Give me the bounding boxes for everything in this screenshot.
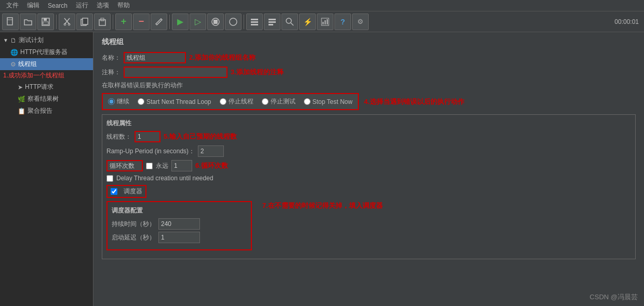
toolbar-sep1 — [56, 15, 57, 29]
toolbar-open-btn[interactable] — [20, 14, 36, 30]
toolbar-sep2 — [113, 15, 113, 29]
loop-count-input[interactable] — [171, 160, 192, 171]
watermark: CSDN @冯晨芸 — [589, 292, 638, 302]
delay-thread-checkbox[interactable] — [106, 175, 113, 182]
toolbar-func-btn[interactable]: ⚡ — [299, 14, 316, 30]
thread-group-icon: ⚙ — [10, 61, 16, 68]
radio-stop-test-now[interactable]: Stop Test Now — [304, 98, 353, 105]
menu-options[interactable]: 选项 — [92, 0, 113, 11]
http-proxy-icon: 🌐 — [10, 49, 18, 56]
toolbar-remove-btn[interactable]: − — [133, 14, 150, 30]
toolbar-stop-btn[interactable] — [207, 14, 224, 30]
sidebar-item-label: 测试计划 — [19, 36, 44, 45]
toolbar-settings2-btn[interactable] — [264, 14, 280, 30]
ramp-up-input[interactable] — [198, 145, 224, 157]
toolbar-new-btn[interactable] — [2, 14, 19, 30]
sidebar-item-label: 线程组 — [18, 60, 37, 69]
sidebar-item-aggregate[interactable]: 📋 聚合报告 — [0, 105, 93, 117]
scheduler-checkbox-row: 调度器 — [106, 185, 146, 198]
thread-props-title: 线程属性 — [106, 119, 631, 128]
toolbar-settings1-btn[interactable] — [246, 14, 263, 30]
svg-rect-27 — [327, 19, 328, 24]
sidebar-item-test-plan[interactable]: ▼ 🗋 测试计划 — [0, 34, 93, 46]
sidebar-item-http-request[interactable]: ➤ HTTP请求 — [0, 81, 93, 93]
menu-search[interactable]: Search — [44, 1, 72, 10]
toolbar-search-btn[interactable] — [281, 14, 298, 30]
radio-next-loop[interactable]: Start Next Thread Loop — [138, 98, 211, 105]
thread-count-input[interactable] — [135, 131, 160, 142]
radio-stop-thread[interactable]: 停止线程 — [220, 97, 253, 106]
svg-rect-14 — [213, 20, 218, 24]
radio-continue-label: 继续 — [117, 97, 129, 106]
loop-forever-checkbox[interactable] — [146, 163, 153, 169]
thread-count-row: 线程数： 5.输入自己预期的线程数 — [106, 131, 631, 142]
annotation-scheduler: 7.在不需要的时候记得关掉，填入调度器 — [262, 201, 383, 210]
thread-count-label: 线程数： — [106, 132, 131, 141]
svg-rect-19 — [269, 19, 276, 20]
content-area: 线程组 名称： 2.添加你的线程组名称 注释： 3.添加线程的注释 在取样器错误… — [93, 32, 644, 306]
menu-edit[interactable]: 编辑 — [23, 0, 44, 11]
toolbar-run-btn[interactable]: ▶ — [172, 14, 189, 30]
svg-rect-25 — [323, 22, 324, 24]
page-title: 线程组 — [102, 37, 636, 47]
thread-props-section: 线程属性 线程数： 5.输入自己预期的线程数 Ramp-Up Period (i… — [102, 114, 636, 259]
radio-stop-test[interactable]: 停止测试 — [262, 97, 296, 106]
annotation-add-thread: 1.成功添加一个线程组 — [0, 70, 93, 81]
svg-rect-17 — [251, 21, 258, 23]
duration-label: 持续时间（秒） — [112, 220, 155, 229]
toolbar-start-btn[interactable]: ▷ — [190, 14, 206, 30]
svg-rect-20 — [269, 21, 276, 23]
toolbar-report-btn[interactable] — [317, 14, 333, 30]
radio-stop-thread-label: 停止线程 — [229, 97, 253, 106]
main-layout: ▼ 🗋 测试计划 🌐 HTTP代理服务器 ⚙ 线程组 1.成功添加一个线程组 ➤… — [0, 32, 644, 306]
annotation-thread-count: 5.输入自己预期的线程数 — [164, 132, 237, 141]
sidebar-item-thread-group[interactable]: ⚙ 线程组 — [0, 58, 93, 70]
sidebar-item-http-proxy[interactable]: 🌐 HTTP代理服务器 — [0, 46, 93, 58]
name-label: 名称： — [102, 54, 120, 62]
toolbar-add-btn[interactable]: + — [115, 14, 132, 30]
duration-input[interactable] — [158, 218, 200, 230]
toolbar-save-btn[interactable] — [37, 14, 54, 30]
sidebar-item-view-results[interactable]: 🌿 察看结果树 — [0, 93, 93, 105]
svg-rect-16 — [251, 19, 258, 20]
toolbar-help-btn[interactable]: ? — [334, 14, 351, 30]
sidebar-item-label: HTTP请求 — [25, 83, 53, 91]
name-row: 名称： 2.添加你的线程组名称 — [102, 52, 636, 63]
startup-delay-row: 启动延迟（秒） — [112, 232, 247, 243]
radio-group-error-action: 继续 Start Next Thread Loop 停止线程 停止测试 — [102, 93, 359, 110]
toolbar-edit-btn[interactable] — [151, 14, 167, 30]
svg-rect-18 — [251, 24, 258, 25]
scheduler-config-title: 调度器配置 — [112, 206, 247, 215]
toolbar-paste-btn[interactable] — [94, 14, 111, 30]
toolbar-plugin-btn[interactable]: ⚙ — [352, 14, 369, 30]
ramp-up-row: Ramp-Up Period (in seconds)： — [106, 145, 631, 157]
radio-next-loop-label: Start Next Thread Loop — [146, 98, 211, 105]
scheduler-config: 调度器配置 持续时间（秒） 启动延迟（秒） — [106, 201, 252, 250]
note-row: 注释： 3.添加线程的注释 — [102, 66, 636, 78]
startup-delay-input[interactable] — [158, 232, 200, 243]
loop-count-row: 永远 6.循环次数 — [106, 160, 631, 171]
loop-forever-label: 永远 — [156, 162, 168, 170]
radio-continue[interactable]: 继续 — [108, 97, 129, 106]
svg-point-22 — [286, 18, 291, 23]
svg-line-23 — [291, 23, 293, 25]
menu-help[interactable]: 帮助 — [113, 0, 134, 11]
svg-rect-21 — [269, 24, 273, 25]
menu-run[interactable]: 运行 — [72, 0, 92, 11]
svg-point-15 — [230, 18, 237, 25]
note-input[interactable] — [124, 66, 227, 78]
annotation-loop: 6.循环次数 — [195, 161, 228, 170]
name-input[interactable] — [124, 52, 186, 63]
http-request-icon: ➤ — [18, 84, 23, 91]
toolbar-clear-btn[interactable] — [225, 14, 242, 30]
toolbar-copy-btn[interactable] — [76, 14, 93, 30]
svg-rect-0 — [7, 18, 12, 25]
svg-rect-10 — [83, 18, 88, 24]
toolbar-sep4 — [244, 15, 244, 29]
toolbar-sep3 — [169, 15, 170, 29]
scheduler-checkbox[interactable] — [111, 188, 117, 195]
delay-thread-row: Delay Thread creation until needed — [106, 175, 631, 182]
toolbar-cut-btn[interactable] — [59, 14, 75, 30]
menu-file[interactable]: 文件 — [2, 0, 23, 11]
error-action-title: 在取样器错误后要执行的动作 — [102, 81, 636, 90]
